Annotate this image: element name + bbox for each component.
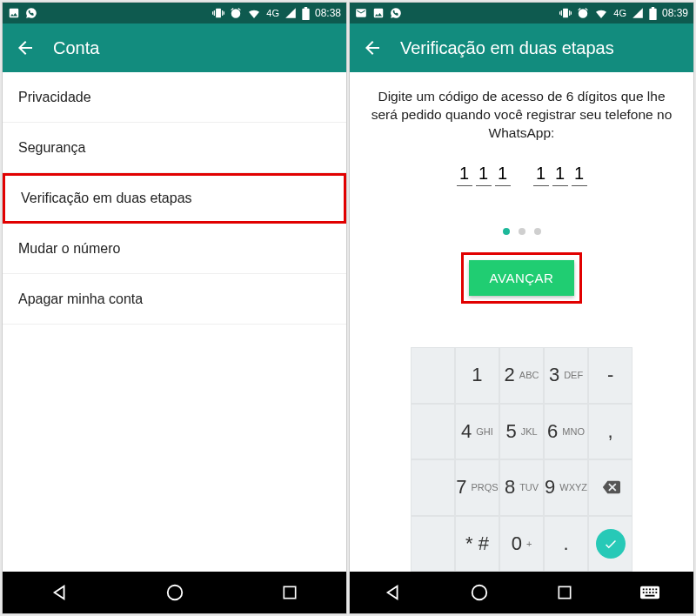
numeric-keypad: 1 2ABC 3DEF - 4GHI 5JKL 6MNO , 7PRQS 8TU…	[411, 347, 632, 572]
key-3[interactable]: 3DEF	[544, 347, 588, 404]
status-bar: 4G 08:39	[350, 3, 693, 23]
nav-bar	[350, 572, 693, 613]
settings-item-change-number[interactable]: Mudar o número	[3, 224, 346, 274]
pin-digit: 1	[533, 164, 549, 186]
key-8[interactable]: 8TUV	[499, 459, 544, 516]
key-4[interactable]: 4GHI	[455, 404, 499, 460]
settings-item-delete-account[interactable]: Apagar minha conta	[3, 274, 346, 325]
whatsapp-icon	[390, 7, 402, 19]
svg-rect-13	[652, 592, 654, 593]
advance-button[interactable]: AVANÇAR	[469, 260, 575, 296]
key-comma[interactable]: ,	[588, 404, 632, 460]
svg-rect-11	[646, 592, 648, 593]
svg-rect-7	[649, 588, 651, 590]
image-icon	[372, 7, 385, 19]
key-dash[interactable]: -	[588, 347, 632, 404]
svg-rect-5	[643, 588, 645, 590]
check-icon	[603, 536, 619, 552]
key-blank	[411, 516, 455, 572]
app-bar: Verificação em duas etapas	[350, 23, 693, 72]
pin-digit: 1	[457, 164, 472, 186]
key-symbols[interactable]: * #	[455, 516, 499, 572]
app-bar-title: Verificação em duas etapas	[400, 38, 614, 58]
nav-recent-icon[interactable]	[281, 584, 298, 601]
back-icon[interactable]	[15, 37, 36, 58]
key-backspace[interactable]	[588, 459, 632, 516]
app-bar: Conta	[3, 23, 346, 72]
key-5[interactable]: 5JKL	[499, 404, 544, 460]
signal-icon	[284, 7, 297, 19]
key-0[interactable]: 0+	[499, 516, 544, 572]
key-1[interactable]: 1	[455, 347, 499, 404]
pin-digit: 1	[552, 164, 568, 186]
nav-bar	[3, 572, 346, 613]
pin-digit: 1	[495, 164, 511, 186]
nav-home-icon[interactable]	[470, 583, 489, 602]
status-bar: 4G 08:38	[3, 3, 346, 23]
nav-back-icon[interactable]	[384, 583, 403, 602]
back-icon[interactable]	[362, 37, 383, 58]
alarm-icon	[230, 7, 242, 19]
svg-rect-1	[284, 586, 295, 598]
clock-time: 08:39	[662, 7, 688, 19]
key-blank	[411, 347, 455, 404]
phone-right: 4G 08:39 Verificação em duas etapas Digi…	[349, 2, 694, 614]
nav-recent-icon[interactable]	[556, 584, 573, 601]
key-period[interactable]: .	[544, 516, 588, 572]
battery-icon	[649, 7, 657, 20]
battery-icon	[302, 7, 310, 20]
svg-rect-10	[643, 592, 645, 593]
phone-left: 4G 08:38 Conta Privacidade Segurança Ver…	[2, 2, 347, 614]
advance-highlight: AVANÇAR	[461, 252, 583, 304]
nav-keyboard-icon[interactable]	[640, 586, 659, 599]
gmail-icon	[355, 7, 367, 19]
two-step-content: Digite um código de acesso de 6 dígitos …	[350, 72, 693, 572]
instruction-text: Digite um código de acesso de 6 dígitos …	[350, 72, 693, 158]
key-9[interactable]: 9WXYZ	[544, 459, 588, 516]
progress-dots	[503, 228, 541, 235]
signal-icon	[632, 7, 644, 19]
svg-point-0	[168, 586, 183, 600]
alarm-icon	[577, 7, 589, 19]
wifi-icon	[247, 6, 261, 20]
svg-rect-3	[559, 586, 570, 598]
dot-active	[503, 228, 510, 235]
wifi-icon	[594, 6, 608, 20]
vibrate-icon	[212, 7, 224, 19]
settings-item-privacy[interactable]: Privacidade	[3, 72, 346, 123]
svg-rect-9	[656, 588, 658, 590]
key-ok[interactable]	[588, 516, 632, 572]
image-icon	[8, 7, 20, 19]
key-blank	[411, 404, 455, 460]
backspace-icon	[601, 478, 620, 497]
pin-digit: 1	[476, 164, 492, 186]
network-label: 4G	[266, 8, 279, 18]
key-6[interactable]: 6MNO	[544, 404, 588, 460]
svg-point-2	[472, 586, 487, 600]
key-blank	[411, 459, 455, 516]
whatsapp-icon	[25, 7, 37, 19]
dot	[534, 228, 541, 235]
svg-rect-15	[646, 595, 655, 597]
svg-rect-14	[656, 592, 658, 593]
network-label: 4G	[613, 8, 626, 18]
pin-digit: 1	[572, 164, 587, 186]
settings-list: Privacidade Segurança Verificação em dua…	[3, 72, 346, 572]
svg-rect-6	[646, 588, 648, 590]
dot	[519, 228, 525, 235]
nav-back-icon[interactable]	[50, 583, 70, 602]
pin-input[interactable]: 1 1 1 1 1 1	[457, 164, 587, 186]
key-7[interactable]: 7PRQS	[455, 459, 499, 516]
vibrate-icon	[559, 7, 572, 19]
nav-home-icon[interactable]	[165, 583, 184, 602]
key-2[interactable]: 2ABC	[499, 347, 544, 404]
settings-item-security[interactable]: Segurança	[3, 123, 346, 173]
app-bar-title: Conta	[53, 38, 99, 58]
settings-item-two-step[interactable]: Verificação em duas etapas	[3, 173, 346, 224]
svg-rect-8	[652, 588, 654, 590]
svg-rect-12	[649, 592, 651, 593]
clock-time: 08:38	[315, 7, 341, 19]
